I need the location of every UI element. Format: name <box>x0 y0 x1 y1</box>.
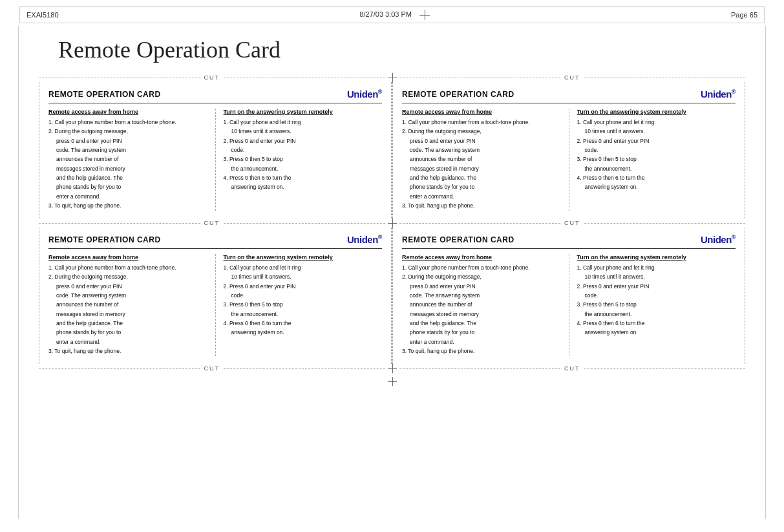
card-4-left: Remote access away from home 1. Call you… <box>402 254 561 356</box>
cut-dashed-b4 <box>584 368 746 369</box>
cut-label-5: CUT <box>200 365 224 372</box>
header-middle: 8/27/03 3:03 PM <box>359 10 430 20</box>
card-3-divider <box>215 254 216 356</box>
cut-dashed-mid-left <box>224 78 385 78</box>
card-3-left-text: 1. Call your phone number from a touch-t… <box>48 264 207 355</box>
card-2: REMOTE OPERATION CARD Uniden® Remote acc… <box>392 82 745 218</box>
cut-cross-top-1 <box>388 73 397 82</box>
card-2-content: Remote access away from home 1. Call you… <box>402 109 736 211</box>
cut-dashed-b3 <box>399 368 561 369</box>
bottom-crosshair-icon <box>388 377 397 386</box>
card-3-right-text: 1. Call your phone and let it ring 10 ti… <box>224 264 383 337</box>
cards-area: CUT CUT REMOTE OPERATION CARD Uniden® Re… <box>39 73 745 373</box>
cut-dashed-m2 <box>224 223 385 224</box>
card-1-title: REMOTE OPERATION CARD <box>48 90 161 99</box>
card-4-right-text: 1. Call your phone and let it ring 10 ti… <box>577 264 736 337</box>
cut-cross-mid-1 <box>388 218 397 228</box>
card-2-left-text: 1. Call your phone number from a touch-t… <box>402 118 561 209</box>
card-3-content: Remote access away from home 1. Call you… <box>48 254 382 356</box>
card-4-right: Turn on the answering system remotely 1.… <box>577 254 736 356</box>
card-1-left-title: Remote access away from home <box>48 109 207 115</box>
page-title: Remote Operation Card <box>58 36 765 63</box>
card-3-left-title: Remote access away from home <box>48 254 207 261</box>
card-3-right: Turn on the answering system remotely 1.… <box>224 254 383 356</box>
card-3-left: Remote access away from home 1. Call you… <box>48 254 207 356</box>
cut-row-middle: CUT CUT <box>39 218 745 228</box>
card-3: REMOTE OPERATION CARD Uniden® Remote acc… <box>39 228 392 364</box>
cards-row-bottom: REMOTE OPERATION CARD Uniden® Remote acc… <box>39 228 745 364</box>
cut-label-4: CUT <box>560 220 584 226</box>
cut-dashed-left <box>39 78 200 78</box>
cut-cross-bottom-1 <box>388 364 397 373</box>
card-4-left-text: 1. Call your phone number from a touch-t… <box>402 264 561 355</box>
cut-row-top: CUT CUT <box>39 73 745 82</box>
card-1-left-text: 1. Call your phone number from a touch-t… <box>48 118 207 209</box>
card-4-content: Remote access away from home 1. Call you… <box>402 254 736 356</box>
card-3-header: REMOTE OPERATION CARD Uniden® <box>48 234 382 249</box>
card-3-right-title: Turn on the answering system remotely <box>224 254 383 261</box>
card-4-right-title: Turn on the answering system remotely <box>577 254 736 261</box>
card-1-content: Remote access away from home 1. Call you… <box>48 109 382 211</box>
cut-dashed-m4 <box>584 223 746 224</box>
card-2-divider <box>569 109 569 211</box>
card-4-left-title: Remote access away from home <box>402 254 561 261</box>
cut-label-6: CUT <box>560 365 584 372</box>
card-2-right-text: 1. Call your phone and let it ring 10 ti… <box>577 118 736 191</box>
header-crosshair-icon <box>419 10 430 20</box>
card-2-right: Turn on the answering system remotely 1.… <box>577 109 736 211</box>
card-1-logo: Uniden® <box>347 89 382 100</box>
card-2-logo: Uniden® <box>701 89 736 100</box>
header-bar: EXAI5180 8/27/03 3:03 PM Page 65 <box>19 6 765 23</box>
card-4-header: REMOTE OPERATION CARD Uniden® <box>402 234 736 249</box>
cards-row-top: REMOTE OPERATION CARD Uniden® Remote acc… <box>39 82 745 218</box>
margin-line-left <box>18 26 19 519</box>
header-left: EXAI5180 <box>26 11 59 19</box>
cut-row-bottom: CUT CUT <box>39 364 745 373</box>
card-4-title: REMOTE OPERATION CARD <box>402 235 514 244</box>
card-2-title: REMOTE OPERATION CARD <box>402 90 514 99</box>
bottom-crosshair-container <box>19 377 765 386</box>
cut-dashed-m3 <box>399 223 561 224</box>
card-1: REMOTE OPERATION CARD Uniden® Remote acc… <box>39 82 392 218</box>
cut-label-3: CUT <box>200 220 224 226</box>
card-1-right-text: 1. Call your phone and let it ring 10 ti… <box>224 118 383 191</box>
cut-label-2: CUT <box>560 74 584 81</box>
card-3-title: REMOTE OPERATION CARD <box>48 235 161 244</box>
card-2-left-title: Remote access away from home <box>402 109 561 115</box>
header-right: Page 65 <box>731 11 758 19</box>
card-2-header: REMOTE OPERATION CARD Uniden® <box>402 89 736 103</box>
card-1-divider <box>215 109 216 211</box>
cut-dashed-right <box>584 78 746 78</box>
margin-line-right <box>765 26 766 519</box>
card-1-right: Turn on the answering system remotely 1.… <box>224 109 383 211</box>
cut-dashed-m1 <box>39 223 200 224</box>
cut-dashed-b1 <box>39 368 200 369</box>
card-2-right-title: Turn on the answering system remotely <box>577 109 736 115</box>
page: EXAI5180 8/27/03 3:03 PM Page 65 Remote … <box>0 0 784 532</box>
card-4: REMOTE OPERATION CARD Uniden® Remote acc… <box>392 228 745 364</box>
cut-dashed-b2 <box>224 368 385 369</box>
card-1-header: REMOTE OPERATION CARD Uniden® <box>48 89 382 103</box>
cut-dashed-mid <box>399 78 561 78</box>
card-1-left: Remote access away from home 1. Call you… <box>48 109 207 211</box>
card-4-logo: Uniden® <box>701 234 736 245</box>
card-4-divider <box>569 254 569 356</box>
cut-label-1: CUT <box>200 74 224 81</box>
card-3-logo: Uniden® <box>347 234 382 245</box>
card-1-right-title: Turn on the answering system remotely <box>224 109 383 115</box>
card-2-left: Remote access away from home 1. Call you… <box>402 109 561 211</box>
